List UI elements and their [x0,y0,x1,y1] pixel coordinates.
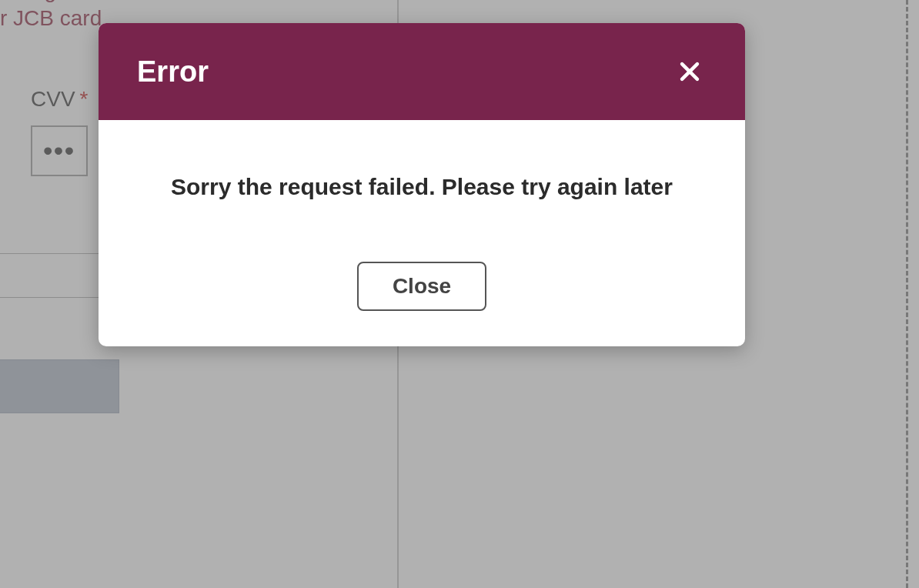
modal-header: Error [99,23,745,120]
modal-body: Sorry the request failed. Please try aga… [99,120,745,346]
close-icon[interactable] [673,55,707,89]
modal-title: Error [137,55,209,89]
modal-message: Sorry the request failed. Please try aga… [129,174,714,200]
close-button[interactable]: Close [357,262,486,311]
error-modal: Error Sorry the request failed. Please t… [99,23,745,346]
close-button-label: Close [393,274,451,298]
